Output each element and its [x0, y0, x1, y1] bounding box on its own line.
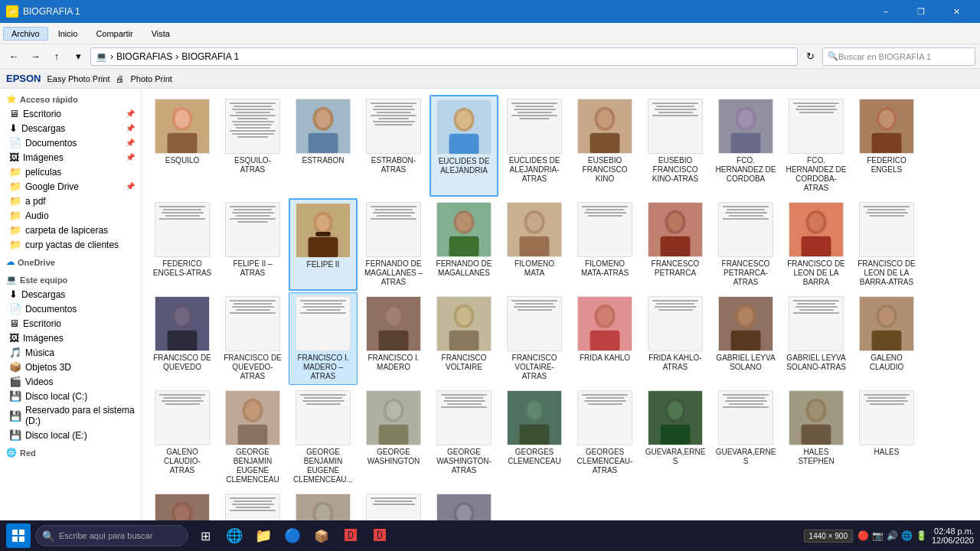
sidebar-item-googledrive[interactable]: 📁Google Drive📌	[0, 179, 141, 194]
file-item-federico[interactable]: FEDERICO ENGELS	[852, 95, 921, 197]
file-item-george-washington[interactable]: GEORGE WASHINGTON	[359, 386, 428, 488]
file-item-felipe2[interactable]: FELIPE II	[289, 198, 358, 291]
file-item-filomeno-atras[interactable]: FILOMENO MATA-ATRAS	[570, 198, 639, 291]
file-item-felipe2-atras[interactable]: FELIPE II – ATRAS	[218, 198, 287, 291]
file-item-hales-atras[interactable]: HALES	[852, 386, 921, 488]
tab-inicio[interactable]: Inicio	[50, 27, 87, 41]
sidebar-header-equipo[interactable]: 💻Este equipo	[0, 272, 141, 287]
sidebar-header-onedrive[interactable]: ☁OneDrive	[0, 255, 141, 269]
search-box[interactable]: 🔍 Buscar en BIOGRAFIA 1	[822, 47, 975, 66]
sidebar-item-escritorio[interactable]: 🖥Escritorio📌	[0, 106, 141, 121]
sidebar-header-red[interactable]: 🌐Red	[0, 445, 141, 460]
file-item-esquilo[interactable]: ESQUILO	[148, 95, 217, 197]
file-item-federico-atras[interactable]: FEDERICO ENGELS-ATRAS	[148, 198, 217, 291]
sidebar-item-lapiceras[interactable]: 📁carpeta de lapiceras	[0, 223, 141, 237]
back-button[interactable]: ←	[5, 47, 23, 66]
sys-icon4[interactable]: 🌐	[901, 530, 913, 541]
file-item-filomeno[interactable]: FILOMENO MATA	[500, 198, 569, 291]
file-item-francisco-leon-atras[interactable]: FRANCISCO DE LEON DE LA BARRA-ATRAS	[852, 198, 921, 291]
taskbar-task-view[interactable]: ⊞	[193, 523, 217, 548]
file-item-hales[interactable]: HALES STEPHEN	[782, 386, 851, 488]
file-item-fco[interactable]: FCO. HERNANDEZ DE CORDOBA	[711, 95, 780, 197]
refresh-button[interactable]: ↻	[801, 47, 819, 66]
sidebar-item-diske[interactable]: 💾Disco local (E:)	[0, 428, 141, 442]
file-thumb	[507, 99, 562, 154]
file-item-euclides-atras[interactable]: EUCLIDES DE ALEJANDRIA-ATRAS	[500, 95, 569, 197]
sys-icon3[interactable]: 🔊	[887, 530, 898, 541]
sidebar-item-apdf[interactable]: 📁a pdf	[0, 194, 141, 208]
file-item-george-washington-atras[interactable]: GEORGE WASHINGTON-ATRAS	[430, 386, 498, 488]
file-item-estrabon[interactable]: ESTRABON	[289, 95, 358, 197]
file-item-madero[interactable]: FRANCISCO I. MADERO	[359, 292, 428, 385]
taskbar-edge[interactable]: 🌐	[222, 523, 247, 548]
file-item-gabriel[interactable]: GABRIEL LEYVA SOLANO	[711, 292, 780, 385]
sys-icon2[interactable]: 📷	[872, 530, 884, 541]
restore-button[interactable]: ❐	[903, 0, 939, 23]
minimize-button[interactable]: −	[868, 0, 903, 23]
file-item-madero-atras[interactable]: FRANCISCO I. MADERO – ATRAS	[289, 292, 358, 385]
sidebar-item-objetos3d[interactable]: 📦Objetos 3D	[0, 360, 141, 374]
svg-point-64	[738, 308, 753, 325]
file-item-francesco-atras[interactable]: FRANCESCO PETRARCA-ATRAS	[711, 198, 780, 291]
taskbar-search[interactable]: 🔍 Escribe aquí para buscar	[35, 525, 188, 546]
taskbar-chrome[interactable]: 🔵	[280, 523, 305, 548]
sys-icon5[interactable]: 🔋	[916, 530, 927, 541]
file-item-frida[interactable]: FRIDA KAHLO	[570, 292, 639, 385]
file-item-george-bec[interactable]: GEORGE BENJAMIN EUGENE CLEMENCEAU	[218, 386, 287, 488]
file-item-frida-atras[interactable]: FRIDA KAHLO-ATRAS	[641, 292, 710, 385]
file-item-quevedo[interactable]: FRANCISCO DE QUEVEDO	[148, 292, 217, 385]
taskbar-app2[interactable]: 🅳	[368, 523, 392, 548]
file-item-euclides[interactable]: EUCLIDES DE ALEJANDRIA	[430, 95, 498, 197]
file-item-george-bec-atras[interactable]: GEORGE BENJAMIN EUGENE CLEMENCEAU...	[289, 386, 358, 488]
taskbar: 🔍 Escribe aquí para buscar ⊞ 🌐 📁 🔵 📦 🅳 🅳…	[0, 520, 980, 551]
tab-compartir[interactable]: Compartir	[87, 27, 141, 41]
file-item-eusebio[interactable]: EUSEBIO FRANCISCO KINO	[570, 95, 639, 197]
sidebar-item-imagenes[interactable]: 🖼Imágenes📌	[0, 150, 141, 165]
start-button[interactable]	[6, 523, 31, 548]
file-item-voltaire-atras[interactable]: FRANCISCO VOLTAIRE-ATRAS	[500, 292, 569, 385]
file-item-galeno-atras[interactable]: GALENO CLAUDIO-ATRAS	[148, 386, 217, 488]
sidebar-item-musica[interactable]: 🎵Música	[0, 345, 141, 360]
file-item-gabriel-atras[interactable]: GABRIEL LEYVA SOLANO-ATRAS	[782, 292, 851, 385]
sidebar-item-videos[interactable]: 🎬Videos	[0, 374, 141, 389]
file-item-fernando[interactable]: FERNANDO DE MAGALLANES	[430, 198, 498, 291]
sidebar-item-diskc[interactable]: 💾Disco local (C:)	[0, 389, 141, 403]
sidebar-item-documentos[interactable]: 📄Documentos📌	[0, 135, 141, 150]
sidebar-item-descargas2[interactable]: ⬇Descargas	[0, 287, 141, 302]
file-item-georges-atras[interactable]: GEORGES CLEMENCEAU-ATRAS	[570, 386, 639, 488]
file-item-francesco[interactable]: FRANCESCO PETRARCA	[641, 198, 710, 291]
close-button[interactable]: ✕	[939, 0, 974, 23]
file-item-guevara-atras[interactable]: GUEVARA,ERNES	[711, 386, 780, 488]
file-item-fernando-atras[interactable]: FERNANDO DE MAGALLANES – ATRAS	[359, 198, 428, 291]
sys-icon1[interactable]: 🔴	[858, 530, 869, 541]
file-item-quevedo-atras[interactable]: FRANCISCO DE QUEVEDO-ATRAS	[218, 292, 287, 385]
sidebar-item-descargas[interactable]: ⬇Descargas📌	[0, 121, 141, 135]
sidebar-item-imagenes2[interactable]: 🖼Imágenes	[0, 331, 141, 345]
sidebar-item-documentos2[interactable]: 📄Documentos	[0, 302, 141, 316]
file-item-guevara[interactable]: GUEVARA,ERNES	[641, 386, 710, 488]
tab-archivo[interactable]: Archivo	[3, 27, 48, 41]
file-item-eusebio-atras[interactable]: EUSEBIO FRANCISCO KINO-ATRAS	[641, 95, 710, 197]
tab-vista[interactable]: Vista	[143, 27, 178, 41]
file-item-georges[interactable]: GEORGES CLEMENCEAU	[500, 386, 569, 488]
file-item-esquilo-atras[interactable]: ESQUILO-ATRAS	[218, 95, 287, 197]
sidebar-item-audio[interactable]: 📁Audio	[0, 208, 141, 223]
svg-point-48	[175, 308, 189, 325]
breadcrumb[interactable]: 💻 › BIOGRAFIAS › BIOGRAFIA 1	[90, 47, 798, 66]
sidebar-item-diskd[interactable]: 💾Reservado para el sistema (D:)	[0, 403, 141, 428]
sidebar-header-quick[interactable]: ⭐Acceso rápido	[0, 92, 141, 106]
taskbar-winrar[interactable]: 📦	[309, 523, 334, 548]
file-item-estrabon-atras[interactable]: ESTRABON-ATRAS	[359, 95, 428, 197]
taskbar-explorer[interactable]: 📁	[251, 523, 276, 548]
up-button[interactable]: ↑	[47, 47, 66, 66]
file-item-galeno[interactable]: GALENO CLAUDIO	[852, 292, 921, 385]
taskbar-app1[interactable]: 🅳	[338, 523, 363, 548]
file-item-voltaire[interactable]: FRANCISCO VOLTAIRE	[430, 292, 498, 385]
file-item-francisco-leon[interactable]: FRANCISCO DE LEON DE LA BARRA	[782, 198, 851, 291]
file-item-fco-atras[interactable]: FCO. HERNANDEZ DE CORDOBA-ATRAS	[782, 95, 851, 197]
sidebar-item-curp[interactable]: 📁curp yactas de clientes	[0, 237, 141, 252]
sidebar-item-escritorio2[interactable]: 🖥Escritorio	[0, 316, 141, 331]
sidebar-item-peliculas[interactable]: 📁películas	[0, 165, 141, 179]
forward-button[interactable]: →	[26, 47, 44, 66]
recent-button[interactable]: ▾	[69, 47, 87, 66]
